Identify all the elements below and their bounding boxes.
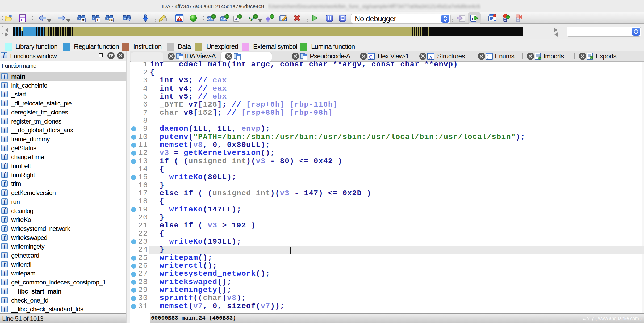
svg-text:#: # [82, 18, 85, 22]
svg-text:T: T [96, 18, 99, 22]
svg-text:A: A [429, 55, 432, 60]
svg-text:c: c [461, 16, 463, 22]
svg-text:101: 101 [109, 18, 114, 22]
svg-text:DATA: DATA [221, 18, 227, 20]
